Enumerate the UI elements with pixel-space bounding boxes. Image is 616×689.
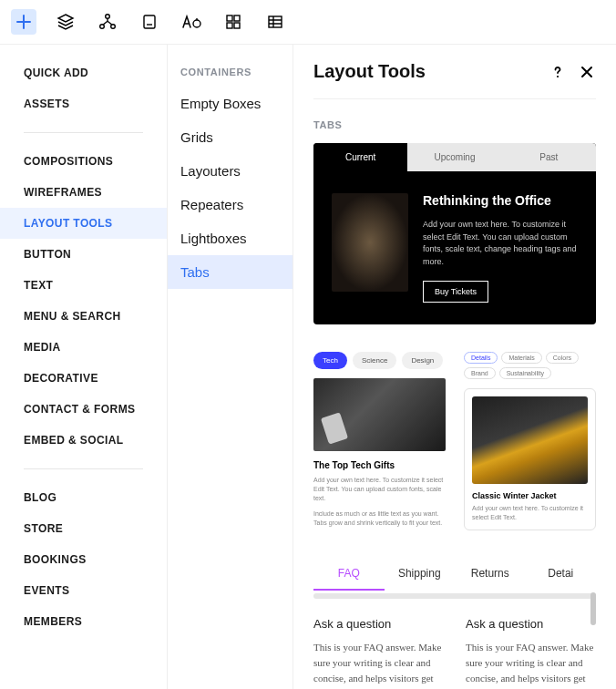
preview2-title: The Top Tech Gifts [313, 460, 446, 470]
preview3-chip-brand[interactable]: Brand [464, 367, 496, 379]
table-icon[interactable] [262, 9, 288, 35]
svg-rect-9 [269, 16, 282, 27]
preview3-title: Classic Winter Jacket [472, 491, 588, 500]
sidebar-item-store[interactable]: Store [0, 513, 167, 544]
preview3-chip-materials[interactable]: Materials [501, 352, 541, 364]
preview1-heading: Rethinking the Office [423, 193, 578, 208]
preview4-tab-returns[interactable]: Returns [455, 558, 526, 591]
sidebar-item-assets[interactable]: Assets [0, 88, 167, 119]
preview2-tab-design[interactable]: Design [402, 352, 443, 369]
sidebar-item-bookings[interactable]: Bookings [0, 544, 167, 575]
grid-icon[interactable] [221, 9, 246, 35]
preview4-tab-faq[interactable]: FAQ [313, 558, 385, 591]
sidebar-item-events[interactable]: Events [0, 575, 167, 606]
sidebar-item-members[interactable]: Members [0, 606, 167, 637]
sidebar-item-compositions[interactable]: Compositions [0, 146, 167, 177]
preview2-note: Include as much or as little text as you… [313, 509, 446, 528]
svg-rect-7 [227, 23, 232, 28]
preview2-tab-science[interactable]: Science [353, 352, 396, 369]
sidebar-primary: Quick AddAssets CompositionsWireframesLa… [0, 45, 168, 689]
faq-question: Ask a question [466, 617, 596, 631]
preview-panel: Layout Tools Tabs CurrentUpcomingPast Re… [293, 45, 616, 689]
preview1-tab-current[interactable]: Current [313, 143, 407, 171]
preview1-image [332, 193, 408, 292]
svg-rect-5 [227, 15, 232, 21]
close-icon[interactable] [578, 63, 596, 81]
sidebar-divider [24, 468, 143, 469]
sidebar-item-blog[interactable]: Blog [0, 482, 167, 513]
svg-point-10 [557, 75, 559, 77]
preview1-body: Add your own text here. To customize it … [423, 219, 578, 268]
sidebar-item-media[interactable]: Media [0, 332, 167, 363]
container-item-lightboxes[interactable]: Lightboxes [168, 221, 293, 255]
buy-tickets-button[interactable]: Buy Tickets [423, 281, 488, 303]
faq-question: Ask a question [313, 617, 444, 631]
preview3-chip-sustainability[interactable]: Sustainability [499, 367, 551, 379]
container-item-layouters[interactable]: Layouters [168, 154, 293, 188]
panel-title: Layout Tools [313, 61, 426, 82]
faq-answer: This is your FAQ answer. Make sure your … [313, 640, 444, 689]
container-item-grids[interactable]: Grids [168, 120, 293, 154]
sidebar-item-text[interactable]: Text [0, 270, 167, 301]
sidebar-item-wireframes[interactable]: Wireframes [0, 177, 167, 208]
page-icon[interactable] [137, 9, 162, 35]
preview3-image [472, 396, 588, 484]
container-item-empty-boxes[interactable]: Empty Boxes [168, 87, 293, 120]
tabs-preview-faq[interactable]: FAQShippingReturnsDetai Ask a question T… [313, 558, 596, 689]
sidebar-divider [24, 132, 143, 133]
svg-rect-6 [234, 15, 240, 21]
sidebar-item-embed-social[interactable]: Embed & Social [0, 425, 167, 456]
preview3-desc: Add your own text here. To customize it … [472, 504, 588, 522]
sidebar-item-menu-search[interactable]: Menu & Search [0, 301, 167, 332]
vertical-scrollbar-handle[interactable] [590, 592, 596, 625]
sidebar-item-decorative[interactable]: Decorative [0, 363, 167, 394]
sidebar-item-quick-add[interactable]: Quick Add [0, 57, 167, 88]
layers-icon[interactable] [53, 9, 78, 35]
tabs-preview-pills[interactable]: TechScienceDesign The Top Tech Gifts Add… [313, 352, 446, 530]
tabs-preview-dark[interactable]: CurrentUpcomingPast Rethinking the Offic… [313, 143, 596, 324]
sidebar-item-button[interactable]: Button [0, 239, 167, 270]
preview2-image [313, 378, 446, 451]
preview4-tab-shipping[interactable]: Shipping [385, 558, 456, 591]
text-style-icon[interactable] [179, 9, 204, 35]
top-toolbar [0, 0, 616, 45]
svg-point-4 [193, 20, 200, 27]
preview4-tab-detai[interactable]: Detai [526, 558, 597, 591]
preview1-tab-upcoming[interactable]: Upcoming [407, 143, 501, 171]
svg-rect-3 [144, 15, 155, 28]
preview1-tab-past[interactable]: Past [502, 143, 596, 171]
horizontal-scrollbar[interactable] [313, 593, 596, 599]
help-icon[interactable] [549, 63, 567, 81]
container-item-repeaters[interactable]: Repeaters [168, 188, 293, 221]
container-item-tabs[interactable]: Tabs [168, 255, 293, 289]
section-label-tabs: Tabs [313, 119, 596, 130]
panel-header: Layout Tools [313, 61, 596, 99]
svg-rect-8 [234, 23, 240, 28]
plus-icon[interactable] [11, 9, 36, 35]
sidebar-secondary: Containers Empty BoxesGridsLayoutersRepe… [168, 45, 293, 689]
preview2-desc: Add your own text here. To customize it … [313, 476, 446, 502]
tabs-preview-chips[interactable]: DetailsMaterialsColorsBrandSustainabilit… [464, 352, 596, 530]
faq-answer: This is your FAQ answer. Make sure your … [466, 640, 596, 689]
preview3-chip-colors[interactable]: Colors [546, 352, 579, 364]
preview2-tab-tech[interactable]: Tech [313, 352, 347, 369]
sidebar-item-layout-tools[interactable]: Layout Tools [0, 208, 167, 239]
branch-icon[interactable] [95, 9, 120, 35]
preview3-chip-details[interactable]: Details [464, 352, 498, 364]
svg-point-0 [106, 15, 110, 19]
sidebar-item-contact-forms[interactable]: Contact & Forms [0, 394, 167, 425]
containers-heading: Containers [168, 59, 293, 87]
